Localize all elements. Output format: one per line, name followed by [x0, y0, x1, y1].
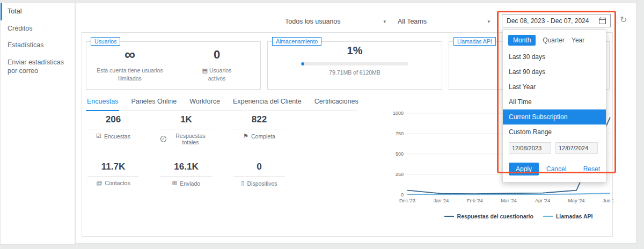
usuarios-card: Usuarios ∞ Esta cuenta tiene usuarios il…	[86, 41, 261, 90]
chart-legend: Respuestas del cuestionario Llamadas API	[423, 213, 613, 219]
almacenamiento-card: Almacenamiento 1% 79.71MB of 6120MB	[267, 41, 442, 90]
sidebar-item-enviar-estadisticas[interactable]: Enviar estadísticas por correo	[1, 54, 75, 79]
sidebar-item-total[interactable]: Total	[1, 3, 75, 20]
main-panel: Todos los usuarios ▾ All Teams ▾ Dec 08,…	[76, 3, 636, 244]
chevron-down-icon: ▾	[487, 19, 490, 24]
tab-paneles-online[interactable]: Paneles Online	[130, 98, 178, 111]
refresh-icon[interactable]: ↻	[620, 14, 627, 25]
svg-text:Mar '24: Mar '24	[501, 198, 517, 203]
svg-text:Jan '24: Jan '24	[434, 198, 449, 203]
at-icon: @	[96, 180, 102, 186]
tab-encuestas[interactable]: Encuestas	[86, 98, 119, 111]
tab-workforce[interactable]: Workforce	[188, 98, 221, 111]
checkbox-icon: ☑	[96, 133, 101, 140]
custom-range-inputs	[503, 140, 606, 156]
end-date-input[interactable]	[555, 142, 598, 154]
option-current-subscription[interactable]: Current Subscription	[503, 109, 606, 124]
option-last-90-days[interactable]: Last 90 days	[503, 64, 606, 79]
stat-completa: 822 ⚑Completa	[233, 114, 285, 145]
option-custom-range[interactable]: Custom Range	[503, 124, 606, 140]
users-filter-dropdown[interactable]: Todos los usuarios ▾	[285, 16, 386, 27]
svg-text:Dec '23: Dec '23	[399, 198, 415, 203]
legend-line-swatch	[444, 216, 454, 217]
teams-filter-value: All Teams	[398, 18, 427, 25]
date-picker-tabs: Month Quarter Year	[503, 30, 606, 49]
id-card-icon: ▤	[202, 67, 208, 74]
svg-text:Feb '24: Feb '24	[467, 198, 483, 203]
storage-progress-fill	[301, 62, 304, 65]
svg-text:Jun '24: Jun '24	[603, 198, 613, 203]
svg-text:May '24: May '24	[568, 198, 584, 203]
almacenamiento-card-title: Almacenamiento	[272, 37, 321, 46]
legend-llamadas-api: Llamadas API	[543, 213, 592, 219]
svg-text:Apr '24: Apr '24	[535, 198, 550, 203]
dashboard-screen: Total Créditos Estadísticas Enviar estad…	[0, 0, 644, 249]
stats-grid: 206 ☑Encuestas 1K ✓Respuestas totales 82…	[87, 114, 285, 187]
sidebar: Total Créditos Estadísticas Enviar estad…	[0, 3, 75, 245]
unlimited-users-value: ∞	[86, 49, 173, 61]
stat-enviado: 16.1K ✉Enviado	[160, 162, 212, 187]
option-last-30-days[interactable]: Last 30 days	[503, 49, 606, 64]
tab-experiencia-cliente[interactable]: Experiencia del Cliente	[232, 98, 303, 111]
stat-respuestas-totales: 1K ✓Respuestas totales	[160, 114, 212, 145]
reset-button[interactable]: Reset	[583, 165, 600, 173]
flag-icon: ⚑	[243, 133, 248, 140]
stat-contactos: 11.7K @Contactos	[87, 162, 139, 187]
option-last-year[interactable]: Last Year	[503, 79, 606, 94]
storage-progress-bar	[301, 62, 408, 65]
mobile-icon: ▯	[241, 180, 244, 187]
envelope-icon: ✉	[172, 180, 177, 187]
llamadas-api-card-title: Llamadas API	[453, 37, 496, 46]
tab-month[interactable]: Month	[508, 35, 536, 46]
option-all-time[interactable]: All Time	[503, 94, 606, 109]
start-date-input[interactable]	[509, 142, 551, 154]
stat-encuestas: 206 ☑Encuestas	[87, 114, 139, 145]
svg-text:0: 0	[401, 192, 404, 197]
date-picker-dropdown: Month Quarter Year Last 30 days Last 90 …	[502, 30, 606, 182]
svg-text:250: 250	[396, 172, 404, 177]
svg-text:500: 500	[396, 151, 404, 157]
legend-respuestas: Respuestas del cuestionario	[444, 213, 533, 219]
calendar-icon[interactable]	[599, 17, 606, 24]
legend-line-swatch	[543, 216, 553, 217]
cancel-button[interactable]: Cancel	[546, 165, 566, 173]
date-range-value: Dec 08, 2023 - Dec 07, 2024	[507, 17, 589, 25]
storage-usage-text: 79.71MB of 6120MB	[268, 69, 442, 76]
svg-text:750: 750	[396, 131, 404, 136]
active-users-value: 0	[173, 49, 260, 61]
sidebar-item-creditos[interactable]: Créditos	[1, 20, 75, 38]
usuarios-card-title: Usuarios	[91, 37, 120, 46]
teams-filter-dropdown[interactable]: All Teams ▾	[398, 16, 490, 27]
check-circle-icon: ✓	[160, 136, 166, 142]
tab-year[interactable]: Year	[572, 36, 584, 44]
tab-certificaciones[interactable]: Certificaciones	[313, 98, 360, 111]
date-range-field[interactable]: Dec 08, 2023 - Dec 07, 2024	[502, 14, 611, 27]
date-picker-actions: Apply Cancel Reset	[503, 156, 606, 182]
svg-text:1000: 1000	[393, 111, 404, 116]
sidebar-item-estadisticas[interactable]: Estadísticas	[1, 37, 75, 54]
storage-percent: 1%	[268, 45, 442, 57]
active-users-caption: ▤ Usuarios activos	[194, 67, 239, 82]
apply-button[interactable]: Apply	[509, 163, 539, 175]
users-filter-value: Todos los usuarios	[285, 18, 341, 25]
stat-dispositivos: 0 ▯Dispositivos	[233, 162, 285, 187]
tab-quarter[interactable]: Quarter	[543, 36, 565, 44]
chevron-down-icon: ▾	[383, 19, 386, 24]
product-tabbar: Encuestas Paneles Online Workforce Exper…	[86, 98, 357, 111]
unlimited-users-caption: Esta cuenta tiene usuarios ilimitados	[86, 67, 173, 82]
